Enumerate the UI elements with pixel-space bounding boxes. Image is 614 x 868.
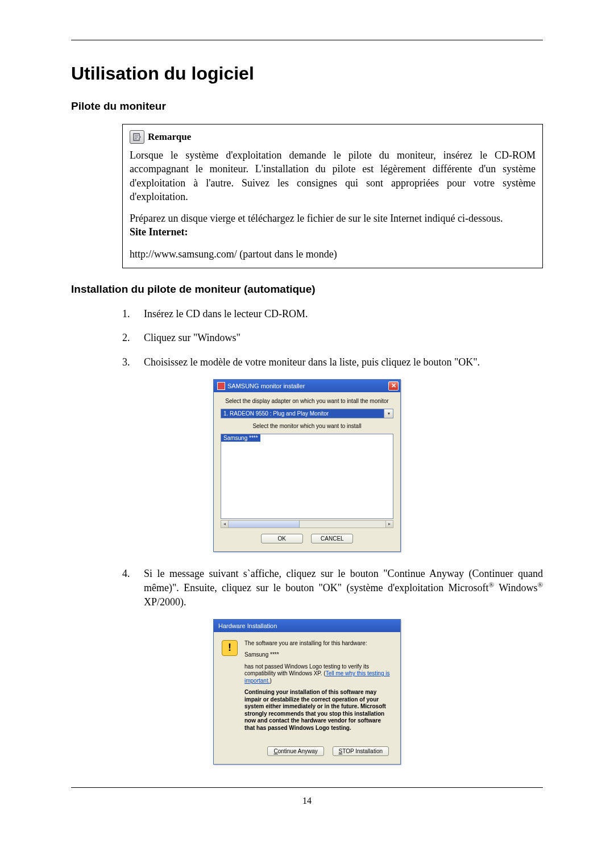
hw-p3: has not passed Windows Logo testing to v… <box>244 663 392 685</box>
note-p2: Préparez un disque vierge et téléchargez… <box>130 213 503 224</box>
section-pilote: Pilote du moniteur <box>71 100 543 113</box>
note-icon <box>130 130 144 144</box>
dialog2-title: Hardware Installation <box>217 622 399 629</box>
step-num-4: 4. <box>122 567 134 609</box>
top-rule <box>71 40 543 40</box>
step-3: Choisissez le modèle de votre moniteur d… <box>144 355 480 369</box>
dialog1-line2: Select the monitor which you want to ins… <box>221 423 393 429</box>
hw-p4: Continuing your installation of this sof… <box>244 689 392 732</box>
note-url: http://www.samsung.com/ (partout dans le… <box>130 247 536 261</box>
cancel-button[interactable]: CANCEL <box>311 534 353 543</box>
step-num-1: 1. <box>122 307 134 321</box>
hardware-installation-dialog: Hardware Installation ! The software you… <box>213 619 401 765</box>
monitor-listbox[interactable]: Samsung **** <box>221 434 393 519</box>
combo-selected: 1. RADEON 9550 : Plug and Play Monitor <box>221 409 384 418</box>
hw-p1: The software you are installing for this… <box>244 640 392 647</box>
display-adapter-combo[interactable]: 1. RADEON 9550 : Plug and Play Monitor ▾ <box>221 409 393 418</box>
samsung-installer-dialog: SAMSUNG monitor installer ✕ Select the d… <box>213 379 401 552</box>
site-internet-label: Site Internet: <box>130 226 188 238</box>
dialog1-titlebar: SAMSUNG monitor installer ✕ <box>214 380 400 392</box>
page-number: 14 <box>71 796 543 806</box>
chevron-down-icon[interactable]: ▾ <box>384 409 393 418</box>
note-p1: Lorsque le système d'exploitation demand… <box>130 148 536 203</box>
step-2: Cliquez sur "Windows" <box>144 331 240 344</box>
stop-installation-button[interactable]: STOP Installation <box>333 746 389 756</box>
step-num-2: 2. <box>122 331 134 344</box>
list-item[interactable]: Samsung **** <box>221 434 260 442</box>
step-1: Insérez le CD dans le lecteur CD-ROM. <box>144 307 308 321</box>
ok-button[interactable]: OK <box>261 534 303 543</box>
hw-p2: Samsung **** <box>244 651 392 659</box>
scroll-thumb[interactable] <box>229 520 385 528</box>
continue-anyway-button[interactable]: Continue Anyway <box>267 746 323 756</box>
close-icon[interactable]: ✕ <box>388 381 399 391</box>
step-4: Si le message suivant s`affiche, cliquez… <box>144 567 543 609</box>
dialog1-title-icon <box>217 382 225 390</box>
note-box: Remarque Lorsque le système d'exploitati… <box>122 124 543 268</box>
horizontal-scrollbar[interactable]: ◂ ▸ <box>221 520 393 528</box>
section-install-auto: Installation du pilote de moniteur (auto… <box>71 283 543 296</box>
dialog1-line1: Select the display adapter on which you … <box>221 398 393 404</box>
page-title: Utilisation du logiciel <box>71 63 543 84</box>
note-label: Remarque <box>148 131 191 144</box>
dialog1-title: SAMSUNG monitor installer <box>227 383 388 389</box>
scroll-left-icon[interactable]: ◂ <box>221 520 229 528</box>
scroll-right-icon[interactable]: ▸ <box>385 520 393 528</box>
warning-icon: ! <box>222 640 238 656</box>
step-num-3: 3. <box>122 355 134 369</box>
dialog2-titlebar: Hardware Installation <box>214 620 400 632</box>
bottom-rule <box>71 787 543 788</box>
